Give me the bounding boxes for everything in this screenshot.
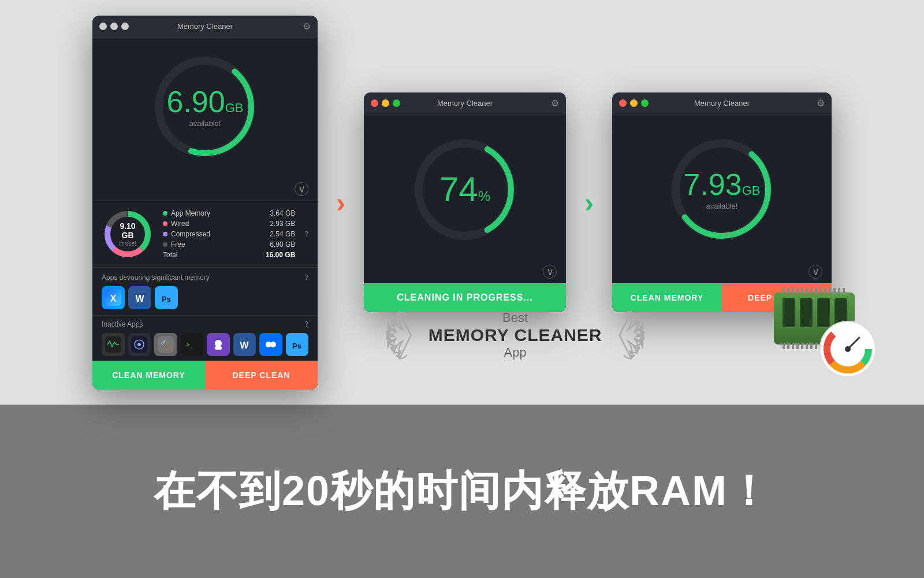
svg-rect-23 [215, 346, 222, 350]
svg-rect-50 [806, 288, 808, 294]
chevron-icon-2[interactable]: ∨ [543, 265, 557, 279]
gauge-num-val-2: 74 [439, 170, 478, 209]
settings-icon-2[interactable]: ⚙ [551, 98, 559, 109]
arrow-icon-2: › [584, 187, 594, 218]
arrow-1: › [318, 187, 364, 218]
apps-title-1: Apps devouring significant memory [102, 273, 210, 281]
svg-rect-54 [824, 288, 826, 294]
svg-rect-51 [810, 288, 813, 294]
gauge-value-2: 74% [439, 172, 490, 207]
svg-rect-46 [787, 288, 789, 294]
award-text: Best MEMORY CLEANER App [423, 310, 608, 360]
app-icon-github [207, 333, 230, 356]
btn-close-2[interactable] [371, 99, 378, 107]
ram-chip-icon [762, 275, 878, 391]
laurel-left [382, 301, 417, 370]
ram-icon-container [762, 275, 878, 393]
btn-maximize-1[interactable] [121, 23, 129, 30]
titlebar-1: Memory Cleaner ⚙ [92, 16, 318, 38]
inactive-icons-row-1: 🔨 >_ [102, 333, 308, 356]
chevron-area-2: ∨ [364, 265, 566, 283]
deep-clean-button-1[interactable]: DEEP CLEAN [205, 361, 318, 390]
svg-rect-65 [810, 343, 813, 349]
stat-row-free: Free 6.90 GB [163, 240, 295, 249]
titlebar-3: Memory Cleaner ⚙ [612, 92, 832, 114]
svg-point-16 [137, 343, 141, 346]
bottom-section: 在不到20秒的时间内释放RAM！ [0, 405, 924, 578]
window-title-2: Memory Cleaner [437, 99, 493, 108]
svg-rect-55 [829, 288, 831, 294]
svg-rect-62 [796, 343, 799, 349]
btn-maximize-2[interactable] [393, 99, 400, 107]
svg-rect-59 [783, 343, 785, 349]
gauge-label-3: available! [683, 202, 760, 210]
stat-row-wired: Wired 2.93 GB [163, 220, 295, 228]
gauge-area-3: 7.93GB available! [612, 114, 832, 265]
settings-icon-1[interactable]: ⚙ [303, 21, 311, 32]
svg-rect-42 [801, 299, 811, 326]
btn-maximize-3[interactable] [641, 99, 649, 107]
app-icon-paw [128, 333, 151, 356]
btn-minimize-3[interactable] [630, 99, 638, 107]
app-icon-ps-1: Ps [155, 286, 178, 309]
app-icon-finder [259, 333, 282, 356]
svg-text:W: W [135, 294, 144, 303]
svg-rect-56 [833, 288, 836, 294]
svg-rect-52 [815, 288, 817, 294]
svg-text:Ps: Ps [162, 295, 171, 303]
window-controls-2 [371, 99, 400, 107]
svg-rect-47 [792, 288, 794, 294]
laurel-right [613, 301, 648, 370]
btn-minimize-2[interactable] [382, 99, 389, 107]
apps-section-1: Apps devouring significant memory ? X [92, 267, 318, 315]
svg-text:W: W [240, 340, 249, 350]
gauge-container-2: 74% [407, 132, 523, 247]
award-section: Best MEMORY CLEANER App [382, 301, 649, 370]
chevron-area-1: ∨ [92, 182, 318, 201]
gauge-num-val: 6.90 [166, 84, 225, 118]
donut-value-1: 9.10 GB in use! [115, 221, 141, 247]
window-controls-3 [619, 99, 649, 107]
svg-text:Ps: Ps [292, 342, 301, 350]
clean-memory-button-1[interactable]: CLEAN MEMORY [92, 361, 205, 390]
dot-free [163, 242, 167, 247]
svg-rect-41 [784, 299, 794, 326]
app-icon-word-2: W [233, 333, 256, 356]
apps-header-1: Apps devouring significant memory ? [102, 273, 308, 281]
apps-help-icon[interactable]: ? [304, 273, 308, 281]
inactive-help-icon[interactable]: ? [304, 320, 308, 328]
bottom-text: 在不到20秒的时间内释放RAM！ [154, 464, 770, 519]
gauge-number-3: 7.93GB [683, 169, 760, 199]
dot-compressed [163, 232, 167, 236]
svg-rect-57 [838, 288, 840, 294]
donut-container-1: 9.10 GB in use! [102, 208, 154, 260]
dot-app-memory [163, 211, 167, 216]
inactive-apps-section-1: Inactive Apps ? [92, 315, 318, 361]
titlebar-2: Memory Cleaner ⚙ [364, 92, 566, 114]
btn-close-1[interactable] [99, 23, 107, 30]
svg-rect-53 [819, 288, 822, 294]
stats-help-icon[interactable]: ? [304, 230, 308, 238]
gauge-number-2: 74% [439, 172, 490, 207]
stat-row-app-memory: App Memory 3.64 GB [163, 209, 295, 217]
gauge-container-1: 6.90GB available! [147, 49, 263, 165]
svg-rect-63 [801, 343, 803, 349]
window-title-1: Memory Cleaner [177, 22, 233, 31]
app-icon-xcode: X [102, 286, 125, 309]
gauge-container-3: 7.93GB available! [664, 132, 780, 247]
gauge-area-2: 74% [364, 114, 566, 265]
award-app-text: App [429, 345, 602, 360]
arrow-icon-1: › [336, 187, 345, 218]
gauge-num-val-3: 7.93 [683, 168, 742, 201]
app-icon-activity [102, 333, 125, 356]
svg-point-22 [215, 340, 222, 347]
settings-icon-3[interactable]: ⚙ [817, 98, 825, 109]
btn-minimize-1[interactable] [110, 23, 118, 30]
svg-rect-64 [806, 343, 808, 349]
svg-rect-45 [783, 288, 785, 294]
award-container: Best MEMORY CLEANER App [382, 301, 649, 370]
app-window-1: Memory Cleaner ⚙ 6.90GB [92, 16, 318, 390]
chevron-icon-1[interactable]: ∨ [295, 182, 308, 196]
stat-row-compressed: Compressed 2.54 GB [163, 230, 295, 238]
btn-close-3[interactable] [619, 99, 627, 107]
